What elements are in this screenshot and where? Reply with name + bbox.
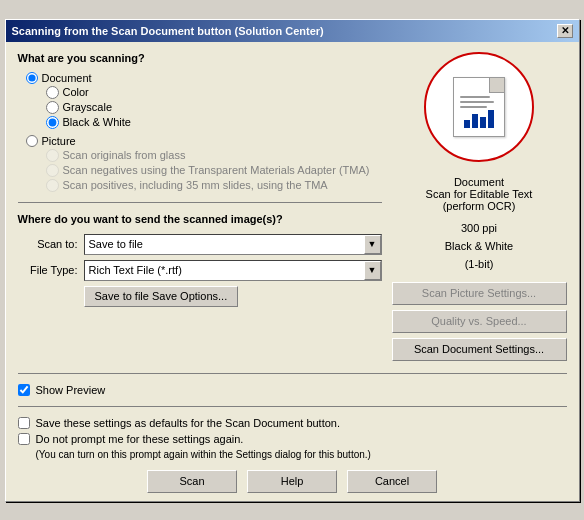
no-prompt-row[interactable]: Do not prompt me for these settings agai…: [18, 433, 567, 445]
pic-sub-group: Scan originals from glass Scan negatives…: [46, 149, 382, 192]
color-radio[interactable]: [46, 86, 59, 99]
left-panel: What are you scanning? Document Color: [18, 52, 382, 361]
scan-to-wrapper: Save to file ▼: [84, 234, 382, 255]
bw-info-line1: Black & White: [445, 240, 513, 252]
color-radio-item[interactable]: Color: [46, 86, 382, 99]
document-label: Document: [42, 72, 92, 84]
save-defaults-label: Save these settings as defaults for the …: [36, 417, 341, 429]
picture-label: Picture: [42, 135, 76, 147]
bw-label: Black & White: [63, 116, 131, 128]
doc-line-1: [460, 96, 490, 98]
icon-label-line3: (perform OCR): [443, 200, 516, 212]
originals-radio-item: Scan originals from glass: [46, 149, 382, 162]
picture-radio-item[interactable]: Picture: [26, 135, 382, 147]
document-radio[interactable]: [26, 72, 38, 84]
scan-document-settings-button[interactable]: Scan Document Settings...: [392, 338, 567, 361]
bw-info-line2: (1-bit): [465, 258, 494, 270]
title-bar: Scanning from the Scan Document button (…: [6, 20, 579, 42]
grayscale-label: Grayscale: [63, 101, 113, 113]
scan-icon-circle: [424, 52, 534, 162]
no-prompt-checkbox[interactable]: [18, 433, 30, 445]
show-preview-label: Show Preview: [36, 384, 106, 396]
doc-line-2: [460, 101, 494, 103]
file-type-row: File Type: Rich Text File (*.rtf) ▼: [18, 260, 382, 281]
ppi-info: 300 ppi: [461, 222, 497, 234]
positives-radio: [46, 179, 59, 192]
file-type-label: File Type:: [18, 264, 78, 276]
save-options-row: Save to file Save Options...: [18, 286, 382, 307]
content-area: What are you scanning? Document Color: [6, 42, 579, 501]
save-defaults-checkbox[interactable]: [18, 417, 30, 429]
cancel-button[interactable]: Cancel: [347, 470, 437, 493]
scan-button[interactable]: Scan: [147, 470, 237, 493]
bar-3: [480, 117, 486, 128]
no-prompt-label: Do not prompt me for these settings agai…: [36, 433, 244, 445]
bw-radio-item[interactable]: Black & White: [46, 116, 382, 129]
separator-2: [18, 373, 567, 374]
quality-speed-button[interactable]: Quality vs. Speed...: [392, 310, 567, 333]
save-options-button[interactable]: Save to file Save Options...: [84, 286, 239, 307]
positives-label: Scan positives, including 35 mm slides, …: [63, 179, 328, 191]
right-buttons-group: Scan Picture Settings... Quality vs. Spe…: [392, 282, 567, 361]
bar-chart-icon: [464, 108, 494, 128]
show-preview-row[interactable]: Show Preview: [18, 384, 567, 396]
separator-1: [18, 202, 382, 203]
main-window: Scanning from the Scan Document button (…: [5, 19, 580, 502]
right-panel: Document Scan for Editable Text (perform…: [392, 52, 567, 361]
originals-label: Scan originals from glass: [63, 149, 186, 161]
destination-label: Where do you want to send the scanned im…: [18, 213, 382, 225]
separator-3: [18, 406, 567, 407]
main-area: What are you scanning? Document Color: [18, 52, 567, 361]
bottom-options: Show Preview Save these settings as defa…: [18, 367, 567, 493]
originals-radio: [46, 149, 59, 162]
scan-destination-section: Where do you want to send the scanned im…: [18, 213, 382, 307]
document-icon: [453, 77, 505, 137]
picture-radio[interactable]: [26, 135, 38, 147]
bar-2: [472, 114, 478, 128]
doc-paper: [453, 77, 505, 137]
no-prompt-note: (You can turn on this prompt again withi…: [36, 449, 567, 460]
close-button[interactable]: ✕: [557, 24, 573, 38]
save-defaults-row[interactable]: Save these settings as defaults for the …: [18, 417, 567, 429]
scan-to-select[interactable]: Save to file: [84, 234, 382, 255]
icon-label: Document Scan for Editable Text (perform…: [426, 176, 533, 212]
positives-radio-item: Scan positives, including 35 mm slides, …: [46, 179, 382, 192]
color-label: Color: [63, 86, 89, 98]
document-group: Document Color Grayscale B: [26, 72, 382, 192]
doc-sub-group: Color Grayscale Black & White: [46, 86, 382, 129]
bar-1: [464, 120, 470, 128]
document-radio-item[interactable]: Document: [26, 72, 382, 84]
icon-label-line1: Document: [454, 176, 504, 188]
scan-to-label: Scan to:: [18, 238, 78, 250]
file-type-select[interactable]: Rich Text File (*.rtf): [84, 260, 382, 281]
title-text: Scanning from the Scan Document button (…: [12, 25, 324, 37]
negatives-radio-item: Scan negatives using the Transparent Mat…: [46, 164, 382, 177]
show-preview-checkbox[interactable]: [18, 384, 30, 396]
icon-label-line2: Scan for Editable Text: [426, 188, 533, 200]
bw-radio[interactable]: [46, 116, 59, 129]
grayscale-radio[interactable]: [46, 101, 59, 114]
negatives-label: Scan negatives using the Transparent Mat…: [63, 164, 370, 176]
bottom-buttons: Scan Help Cancel: [18, 470, 567, 493]
file-type-wrapper: Rich Text File (*.rtf) ▼: [84, 260, 382, 281]
negatives-radio: [46, 164, 59, 177]
help-button[interactable]: Help: [247, 470, 337, 493]
scan-to-row: Scan to: Save to file ▼: [18, 234, 382, 255]
grayscale-radio-item[interactable]: Grayscale: [46, 101, 382, 114]
what-scanning-label: What are you scanning?: [18, 52, 382, 64]
scan-picture-settings-button[interactable]: Scan Picture Settings...: [392, 282, 567, 305]
bar-4: [488, 110, 494, 128]
